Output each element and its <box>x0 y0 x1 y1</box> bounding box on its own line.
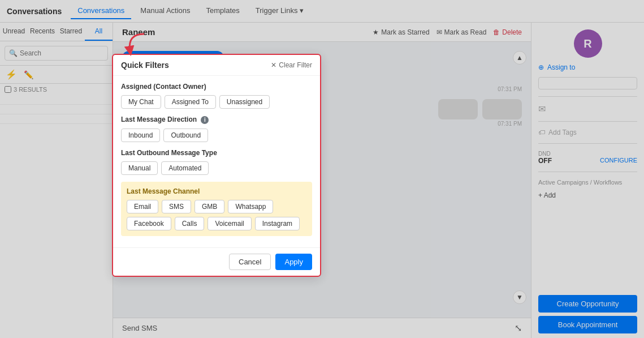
last-channel-title: Last Message Channel <box>127 187 306 195</box>
last-direction-section: Last Message Direction i Inbound Outboun… <box>121 115 312 142</box>
assigned-to-button[interactable]: Assigned To <box>165 95 216 109</box>
manual-button[interactable]: Manual <box>121 161 158 175</box>
last-channel-section: Last Message Channel Email SMS GMB Whats… <box>121 182 312 236</box>
last-outbound-title: Last Outbound Message Type <box>121 149 312 157</box>
facebook-channel-button[interactable]: Facebook <box>127 217 171 230</box>
modal-body: Assigned (Contact Owner) My Chat Assigne… <box>113 76 320 247</box>
channel-buttons: Email SMS GMB Whatsapp Facebook Calls Vo… <box>127 200 306 230</box>
last-direction-title: Last Message Direction i <box>121 115 312 124</box>
last-direction-label: Last Message Direction <box>121 115 197 123</box>
modal-title: Quick Filters <box>121 61 169 70</box>
clear-filter-label: Clear Filter <box>279 61 312 69</box>
outbound-type-buttons: Manual Automated <box>121 161 312 175</box>
modal-overlay[interactable]: Quick Filters ✕ Clear Filter Assigned (C… <box>0 0 644 338</box>
apply-button[interactable]: Apply <box>275 254 312 270</box>
calls-channel-button[interactable]: Calls <box>175 217 205 230</box>
instagram-channel-button[interactable]: Instagram <box>255 217 300 230</box>
red-arrow-indicator <box>122 31 150 59</box>
quick-filters-modal: Quick Filters ✕ Clear Filter Assigned (C… <box>112 54 321 277</box>
assigned-section-title: Assigned (Contact Owner) <box>121 83 312 91</box>
my-chat-button[interactable]: My Chat <box>121 95 161 109</box>
unassigned-button[interactable]: Unassigned <box>219 95 270 109</box>
sms-channel-button[interactable]: SMS <box>162 200 191 213</box>
email-channel-button[interactable]: Email <box>127 200 158 213</box>
outbound-button[interactable]: Outbound <box>163 129 208 142</box>
inbound-button[interactable]: Inbound <box>121 129 160 142</box>
whatsapp-channel-button[interactable]: Whatsapp <box>228 200 273 213</box>
info-icon: i <box>201 116 209 124</box>
clear-filter-button[interactable]: ✕ Clear Filter <box>271 61 312 69</box>
last-outbound-section: Last Outbound Message Type Manual Automa… <box>121 149 312 175</box>
direction-buttons: Inbound Outbound <box>121 129 312 142</box>
cancel-button[interactable]: Cancel <box>229 254 271 270</box>
gmb-channel-button[interactable]: GMB <box>195 200 224 213</box>
modal-footer: Cancel Apply <box>113 247 320 276</box>
close-icon: ✕ <box>271 61 276 69</box>
voicemail-channel-button[interactable]: Voicemail <box>208 217 251 230</box>
assigned-section: Assigned (Contact Owner) My Chat Assigne… <box>121 83 312 109</box>
automated-button[interactable]: Automated <box>161 161 209 175</box>
assigned-buttons: My Chat Assigned To Unassigned <box>121 95 312 109</box>
